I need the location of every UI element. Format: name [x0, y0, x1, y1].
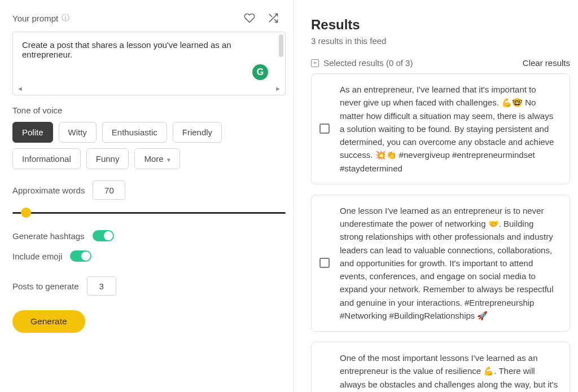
results-list: As an entrepreneur, I've learned that it…	[311, 73, 570, 392]
result-text: One of the most important lessons I've l…	[340, 351, 559, 392]
emoji-toggle[interactable]	[70, 250, 91, 262]
result-card: One of the most important lessons I've l…	[311, 342, 570, 392]
prompt-box: G ◄ ►	[12, 32, 286, 95]
favorite-icon[interactable]	[244, 12, 255, 24]
tone-option-funny[interactable]: Funny	[86, 148, 129, 169]
tone-options: PoliteWittyEnthusiasticFriendlyInformati…	[12, 122, 286, 169]
result-checkbox[interactable]	[319, 258, 330, 268]
tone-option-informational[interactable]: Informational	[12, 148, 81, 169]
prompt-horizontal-scrollbar[interactable]: ◄ ►	[15, 85, 283, 93]
expand-all-icon[interactable]: +	[311, 59, 319, 67]
generate-button[interactable]: Generate	[12, 310, 85, 333]
emoji-label: Include emoji	[12, 252, 62, 261]
selected-results-text: Selected results (0 of 3)	[323, 58, 413, 68]
approx-words-input[interactable]	[93, 180, 125, 200]
prompt-textarea[interactable]	[13, 32, 285, 81]
clear-results-link[interactable]: Clear results	[523, 58, 570, 68]
scroll-left-icon[interactable]: ◄	[15, 85, 25, 92]
prompt-vertical-scrollbar[interactable]	[277, 34, 285, 80]
hashtags-toggle[interactable]	[93, 230, 114, 241]
tone-more-button[interactable]: More▾	[134, 148, 179, 169]
chevron-down-icon: ▾	[167, 156, 170, 163]
result-text: As an entrepreneur, I've learned that it…	[340, 83, 559, 175]
tone-option-friendly[interactable]: Friendly	[173, 122, 222, 143]
result-card: One lesson I've learned as an entreprene…	[311, 195, 570, 332]
results-subtitle: 3 results in this feed	[311, 36, 570, 46]
hashtags-label: Generate hashtags	[12, 231, 85, 241]
info-icon: ⓘ	[62, 13, 69, 23]
result-text: One lesson I've learned as an entreprene…	[340, 204, 559, 322]
tone-option-enthusiastic[interactable]: Enthusiastic	[102, 122, 167, 143]
grammarly-icon[interactable]: G	[252, 64, 268, 80]
tone-option-polite[interactable]: Polite	[12, 122, 53, 143]
posts-label: Posts to generate	[12, 281, 79, 291]
result-card: As an entrepreneur, I've learned that it…	[311, 73, 570, 184]
tone-option-witty[interactable]: Witty	[59, 122, 97, 143]
shuffle-icon[interactable]	[268, 12, 279, 24]
scroll-right-icon[interactable]: ►	[273, 85, 283, 92]
approx-words-label: Approximate words	[12, 186, 85, 195]
result-checkbox[interactable]	[319, 124, 330, 134]
results-title: Results	[311, 17, 570, 33]
posts-input[interactable]	[87, 276, 116, 296]
tone-label: Tone of voice	[12, 105, 286, 115]
prompt-label: Your prompt	[12, 14, 58, 23]
svg-line-2	[269, 14, 272, 16]
approx-words-slider[interactable]	[12, 208, 286, 218]
